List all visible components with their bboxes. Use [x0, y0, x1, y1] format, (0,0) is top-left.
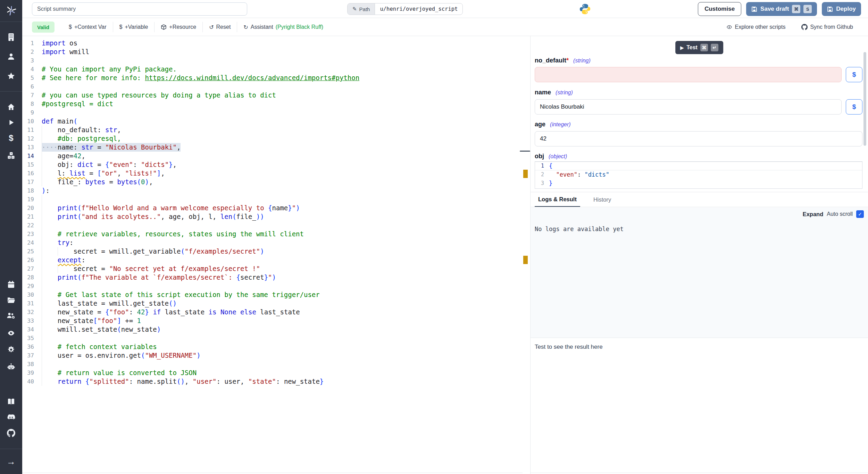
code-line: 18): [22, 186, 523, 195]
no-default-input[interactable] [535, 67, 842, 82]
add-context-var-button[interactable]: $ +Context Var [62, 24, 113, 30]
line-number: 40 [22, 377, 34, 386]
home-icon[interactable] [0, 100, 22, 114]
line-number: 31 [22, 299, 34, 308]
line-number: 3 [535, 179, 544, 188]
github-icon[interactable] [0, 426, 22, 440]
kbd-enter: ↵ [711, 44, 718, 51]
line-number: 32 [22, 308, 34, 316]
reset-icon: ↺ [209, 24, 214, 31]
line-number: 20 [22, 204, 34, 212]
schedules-calendar-icon[interactable] [0, 278, 22, 291]
path-label: Path [359, 6, 370, 12]
expand-logs-button[interactable]: Expand [803, 211, 824, 218]
assistant-button[interactable]: ↻ Assistant (Pyright Black Ruff) [237, 24, 329, 31]
overview-ruler-marker [523, 170, 528, 178]
logs-pane: Expand Auto scroll ✓ No logs are availab… [531, 208, 868, 338]
add-variable-button[interactable]: $ +Variable [113, 24, 155, 30]
line-number: 12 [22, 134, 34, 143]
splitter-drag-handle[interactable] [520, 151, 530, 152]
preview-panel: ▶ Test ⌘ ↵ no_default* (string) $ name (… [531, 36, 868, 474]
code-line: 31 last_state = wmill.get_state() [22, 299, 523, 308]
deploy-button[interactable]: Deploy [822, 2, 861, 16]
lint-status-badge: Valid [32, 22, 55, 33]
workers-robot-icon[interactable] [0, 360, 22, 374]
result-pane: Test to see the result here [531, 338, 868, 474]
code-line: 15 obj: dict = {"even": "dicts"}, [22, 160, 523, 169]
autoscroll-checkbox[interactable]: ✓ [856, 210, 864, 218]
workspace-building-icon[interactable] [0, 30, 22, 44]
line-number: 9 [22, 108, 34, 117]
save-draft-button[interactable]: Save draft ⌘ S [746, 2, 817, 16]
customise-button[interactable]: Customise [698, 2, 741, 16]
favorites-star-icon[interactable] [0, 69, 22, 83]
code-line: 12 #db: postgresql, [22, 134, 523, 143]
resources-cubes-icon[interactable] [0, 149, 22, 162]
code-line: 16 l: list = ["or", "lists!"], [22, 169, 523, 178]
no-default-variable-picker-button[interactable]: $ [846, 67, 862, 82]
line-number: 11 [22, 126, 34, 134]
name-variable-picker-button[interactable]: $ [846, 99, 862, 115]
windmill-logo-icon[interactable] [0, 3, 22, 17]
editor-toolbar: Valid $ +Context Var $ +Variable +Resour… [22, 18, 868, 36]
line-number: 18 [22, 186, 34, 195]
code-line: 1import os [22, 39, 523, 48]
pencil-icon: ✎ [352, 6, 357, 12]
line-number: 1 [535, 162, 544, 170]
variables-dollar-icon[interactable]: $ [0, 131, 22, 145]
code-line: 32 new_state = {"foo": 42} if last_state… [22, 308, 523, 316]
obj-json-editor[interactable]: 1{2 "even": "dicts"3} [535, 161, 862, 189]
expand-sidebar-arrow-icon[interactable]: → [0, 455, 22, 468]
bottom-divider [22, 473, 868, 473]
code-line: 30 # Get last state of this script execu… [22, 290, 523, 299]
discord-icon[interactable] [0, 410, 22, 424]
code-editor[interactable]: 1import os2import wmill34# You can impor… [22, 36, 523, 474]
line-number: 27 [22, 264, 34, 273]
github-icon [801, 24, 808, 30]
tab-history[interactable]: History [590, 192, 615, 207]
line-number: 7 [22, 91, 34, 100]
code-line: 5# See here for more info: https://docs.… [22, 74, 523, 82]
line-number: 17 [22, 178, 34, 186]
settings-gear-icon[interactable] [0, 343, 22, 357]
test-button[interactable]: ▶ Test ⌘ ↵ [675, 41, 723, 54]
python-language-icon [579, 3, 591, 15]
code-line: 7# you can use typed resources by doing … [22, 91, 523, 100]
dollar-icon: $ [69, 24, 72, 30]
code-line: 33 new_state["foo"] += 1 [22, 316, 523, 325]
name-input[interactable] [535, 99, 842, 115]
audit-eye-icon[interactable] [0, 326, 22, 340]
code-line: 36 # fetch context variables [22, 342, 523, 351]
code-line: 29 [22, 282, 523, 290]
line-number: 16 [22, 169, 34, 178]
sidebar-divider [0, 449, 22, 449]
docs-book-icon[interactable] [0, 395, 22, 409]
age-input[interactable] [535, 131, 862, 146]
line-number: 23 [22, 230, 34, 238]
groups-users-gear-icon[interactable] [0, 309, 22, 323]
code-line: 34 wmill.set_state(new_state) [22, 325, 523, 334]
folders-icon[interactable] [0, 293, 22, 307]
sync-from-github-button[interactable]: Sync from Github [801, 24, 853, 30]
kbd-cmd: ⌘ [700, 44, 708, 51]
reset-button[interactable]: ↺ Reset [203, 24, 237, 31]
cube-icon [161, 24, 167, 30]
explore-other-scripts-button[interactable]: Explore other scripts [726, 24, 786, 30]
eye-icon [726, 24, 733, 30]
user-icon[interactable] [0, 50, 22, 64]
code-line: 13····name: str = "Nicolas Bourbaki", [22, 143, 523, 152]
logs-empty-message: No logs are available yet [535, 226, 624, 232]
path-chip[interactable]: ✎ Path u/henri/overjoyed_script [347, 3, 463, 15]
add-resource-button[interactable]: +Resource [155, 24, 202, 30]
code-line: 2 "even": "dicts" [535, 170, 862, 179]
runs-play-icon[interactable] [0, 116, 22, 129]
line-number: 39 [22, 369, 34, 377]
result-tabs: Logs & Result History [531, 192, 868, 207]
panel-scrollbar-thumb[interactable] [863, 52, 866, 146]
tab-logs-result[interactable]: Logs & Result [535, 192, 580, 207]
code-line: 25 secret = wmill.get_variable("f/exampl… [22, 247, 523, 256]
code-line: 39 # return value is converted to JSON [22, 369, 523, 377]
code-line: 22 [22, 221, 523, 230]
line-number: 30 [22, 290, 34, 299]
script-summary-input[interactable] [32, 2, 247, 16]
